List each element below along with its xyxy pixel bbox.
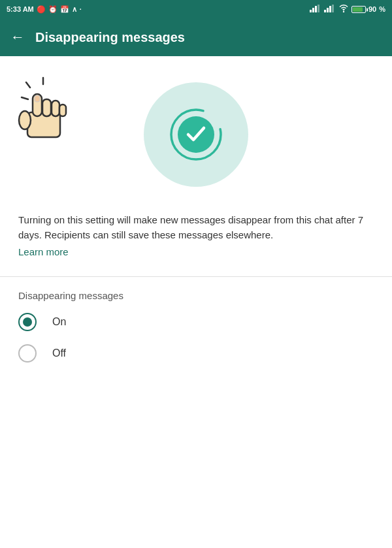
caret-up-icon: ∧ <box>72 5 77 14</box>
svg-point-17 <box>19 111 31 129</box>
svg-rect-16 <box>59 105 66 116</box>
svg-rect-5 <box>327 8 329 12</box>
svg-line-11 <box>22 97 28 99</box>
svg-rect-2 <box>315 6 317 12</box>
hero-section <box>0 56 392 206</box>
radio-off-circle[interactable] <box>18 344 37 363</box>
dot-icon: · <box>80 5 82 13</box>
radio-off-label: Off <box>52 347 66 359</box>
disappearing-clock-icon <box>167 105 225 164</box>
hero-circle <box>144 82 248 187</box>
hand-cursor-icon <box>12 74 77 146</box>
signal-bars2-icon <box>324 5 336 14</box>
svg-point-21 <box>179 118 213 152</box>
wifi-icon <box>338 5 349 14</box>
svg-rect-15 <box>52 101 59 116</box>
svg-rect-6 <box>329 6 331 12</box>
page-title: Disappearing messages <box>35 30 185 45</box>
calendar-icon: 📅 <box>60 5 69 14</box>
svg-rect-1 <box>312 8 314 12</box>
battery-icon <box>351 5 366 13</box>
status-right: 90% <box>310 5 385 14</box>
svg-rect-0 <box>310 10 312 12</box>
description-text: Turning on this setting will make new me… <box>18 213 374 242</box>
alarm-icon: ⏰ <box>48 5 57 14</box>
radio-option-on[interactable]: On <box>18 313 374 331</box>
description-section: Turning on this setting will make new me… <box>0 206 392 277</box>
radio-on-label: On <box>52 316 66 328</box>
svg-rect-7 <box>332 5 334 12</box>
signal-bars-icon <box>310 5 321 14</box>
time-display: 5:33 AM <box>7 5 34 13</box>
radio-on-circle[interactable] <box>18 313 37 331</box>
back-button[interactable]: ← <box>10 29 25 46</box>
svg-rect-3 <box>318 5 319 12</box>
radio-on-inner <box>23 317 32 327</box>
battery-percent: 90 <box>368 5 376 13</box>
app-header: ← Disappearing messages <box>0 18 392 56</box>
radio-option-off[interactable]: Off <box>18 344 374 363</box>
status-left: 5:33 AM 🔴 ⏰ 📅 ∧ · <box>7 5 82 14</box>
status-bar: 5:33 AM 🔴 ⏰ 📅 ∧ · <box>0 0 392 18</box>
learn-more-link[interactable]: Learn more <box>18 246 69 257</box>
notification-dot-icon: 🔴 <box>37 5 46 14</box>
svg-rect-18 <box>35 95 40 102</box>
svg-rect-14 <box>42 99 51 116</box>
svg-line-10 <box>26 82 30 88</box>
settings-section-label: Disappearing messages <box>18 290 374 301</box>
main-content: Turning on this setting will make new me… <box>0 56 392 389</box>
settings-section: Disappearing messages On Off <box>0 277 392 389</box>
svg-point-8 <box>343 11 344 12</box>
svg-rect-4 <box>324 10 326 12</box>
